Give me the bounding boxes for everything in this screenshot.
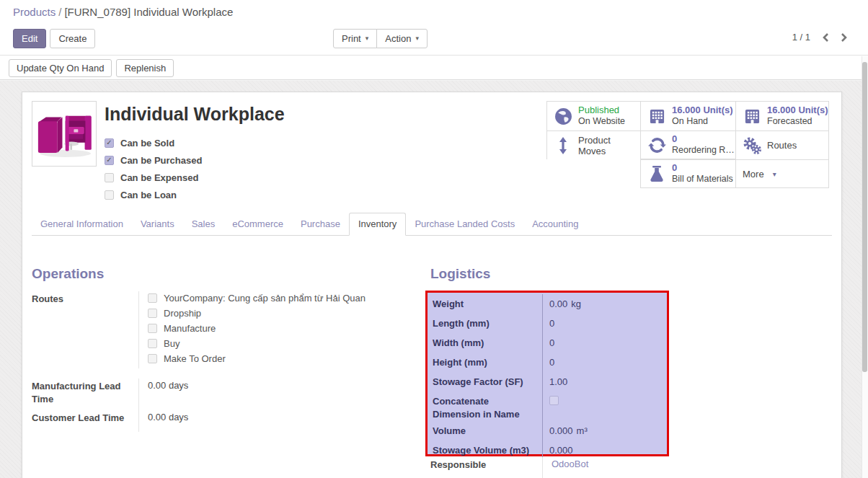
route-make-to-order-checkbox[interactable] [148, 354, 157, 363]
routes-field-label: Routes [32, 291, 138, 368]
flag-can-be-sold: ✓ Can be Sold [105, 134, 202, 151]
stat-button-product-moves[interactable]: Product Moves [546, 130, 640, 159]
pager-next-button[interactable] [841, 32, 848, 43]
status-bar: Update Qty On Hand Replenish [0, 56, 868, 80]
edit-button[interactable]: Edit [13, 29, 46, 48]
route-buy-checkbox[interactable] [148, 339, 157, 348]
concatenate-dimension-row: Concatenate Dimension in Name [428, 391, 667, 421]
logistics-heading: Logistics [430, 266, 490, 282]
stat-button-website[interactable]: Published On Website [546, 101, 640, 130]
website-status: Published [578, 105, 625, 116]
stowage-factor-label: Stowage Factor (SF) [428, 372, 542, 391]
update-qty-on-hand-button[interactable]: Update Qty On Hand [9, 59, 112, 77]
responsible-label: Responsible [425, 457, 542, 478]
concatenate-dimension-checkbox[interactable] [549, 396, 559, 405]
print-dropdown-button[interactable]: Print▾ [333, 29, 377, 48]
concatenate-dimension-label: Concatenate Dimension in Name [428, 391, 542, 421]
weight-unit: kg [571, 298, 581, 309]
height-value: 0 [542, 353, 667, 372]
stat-button-reordering-rules[interactable]: 0 Reordering R… [640, 130, 735, 159]
product-title: Individual Workplace [105, 104, 285, 125]
stowage-volume-value: 0.000 [542, 441, 667, 457]
route-option: YourCompany: Cung cấp sản phẩm từ Hải Qu… [148, 293, 396, 304]
route-option: Make To Order [148, 353, 396, 364]
check-icon: ✓ [106, 139, 112, 146]
route-yourcompany-checkbox[interactable] [148, 293, 157, 303]
weight-row: Weight 0.00kg [428, 294, 667, 314]
check-icon: ✓ [106, 156, 112, 164]
can-be-loan-checkbox[interactable] [105, 190, 114, 200]
stat-button-more[interactable]: More ▾ [735, 159, 829, 188]
length-label: Length (mm) [428, 314, 542, 333]
stat-grid-empty-cell [546, 159, 640, 188]
tab-ecommerce[interactable]: eCommerce [223, 213, 292, 235]
stat-button-routes[interactable]: Routes [735, 130, 829, 159]
product-image[interactable] [32, 101, 97, 167]
route-manufacture-checkbox[interactable] [148, 324, 157, 333]
caret-down-icon: ▾ [773, 170, 776, 178]
breadcrumb-current: [FURN_0789] Individual Workplace [64, 6, 233, 18]
can-be-sold-checkbox[interactable]: ✓ [105, 138, 114, 148]
route-option: Dropship [148, 308, 396, 319]
tab-accounting[interactable]: Accounting [523, 213, 587, 235]
product-form-page: Products/[FURN_0789] Individual Workplac… [0, 0, 868, 478]
arrows-up-down-icon [554, 136, 572, 155]
stowage-volume-label: Stowage Volume (m3) [428, 441, 542, 457]
globe-icon [554, 107, 572, 125]
tab-inventory[interactable]: Inventory [349, 213, 406, 236]
tab-variants[interactable]: Variants [132, 213, 183, 235]
caret-down-icon: ▾ [366, 35, 369, 42]
action-dropdown-button[interactable]: Action▾ [376, 29, 428, 48]
workplace-booth-image [34, 104, 94, 164]
refresh-arrows-icon [647, 136, 666, 154]
flask-icon [647, 165, 666, 182]
can-be-purchased-checkbox[interactable]: ✓ [105, 156, 114, 165]
flag-can-be-loan: Can be Loan [105, 186, 202, 203]
create-button[interactable]: Create [50, 29, 95, 48]
route-option: Buy [148, 338, 396, 349]
volume-unit: m³ [577, 425, 588, 436]
operations-group: Routes YourCompany: Cung cấp sản phẩm từ… [32, 291, 396, 432]
concatenate-dimension-value [542, 391, 667, 421]
breadcrumb-separator: / [56, 6, 64, 18]
volume-value: 0.000m³ [542, 421, 667, 441]
tab-general-information[interactable]: General Information [32, 213, 132, 235]
replenish-button[interactable]: Replenish [116, 59, 174, 77]
width-value: 0 [542, 333, 667, 353]
breadcrumb-products-link[interactable]: Products [13, 6, 56, 18]
stat-button-on-hand[interactable]: 16.000 Unit(s) On Hand [640, 101, 735, 130]
control-panel: Products/[FURN_0789] Individual Workplac… [0, 0, 868, 56]
stowage-factor-row: Stowage Factor (SF) 1.00 [428, 372, 667, 391]
responsible-user-link[interactable]: OdooBot [552, 459, 588, 469]
tab-purchase-landed-costs[interactable]: Purchase Landed Costs [406, 213, 523, 235]
pager-counter: 1 / 1 [792, 32, 810, 43]
customer-lead-time-value: 0.00 days [138, 410, 396, 432]
stowage-factor-value: 1.00 [542, 372, 667, 391]
route-dropship-checkbox[interactable] [148, 309, 157, 318]
tab-sales[interactable]: Sales [183, 213, 224, 235]
scrollbar-thumb[interactable] [862, 62, 867, 372]
flag-can-be-purchased: ✓ Can be Purchased [105, 151, 202, 169]
pager-previous-button[interactable] [822, 32, 829, 43]
height-label: Height (mm) [428, 353, 542, 372]
breadcrumb: Products/[FURN_0789] Individual Workplac… [13, 6, 233, 18]
can-be-expensed-checkbox[interactable] [105, 173, 114, 182]
chevron-left-icon [822, 32, 829, 43]
width-label: Width (mm) [428, 333, 542, 353]
vertical-scrollbar[interactable] [862, 56, 868, 478]
logistics-highlight-box: Weight 0.00kg Length (mm) 0 Width (mm) 0… [425, 291, 669, 456]
width-row: Width (mm) 0 [428, 333, 667, 353]
tab-purchase[interactable]: Purchase [292, 213, 349, 235]
volume-label: Volume [428, 421, 542, 441]
stat-button-forecasted[interactable]: 16.000 Unit(s) Forecasted [735, 101, 829, 130]
length-row: Length (mm) 0 [428, 314, 667, 333]
stat-button-bill-of-materials[interactable]: 0 Bill of Materials [640, 159, 735, 188]
volume-row: Volume 0.000m³ [428, 421, 667, 441]
notebook-tabs: General Information Variants Sales eComm… [32, 213, 832, 236]
responsible-row: Responsible OdooBot [425, 457, 669, 478]
manufacturing-lead-time-value: 0.00 days [138, 379, 396, 410]
gears-icon [743, 136, 761, 155]
building-icon [743, 108, 761, 125]
route-option: Manufacture [148, 323, 396, 334]
height-row: Height (mm) 0 [428, 353, 667, 372]
